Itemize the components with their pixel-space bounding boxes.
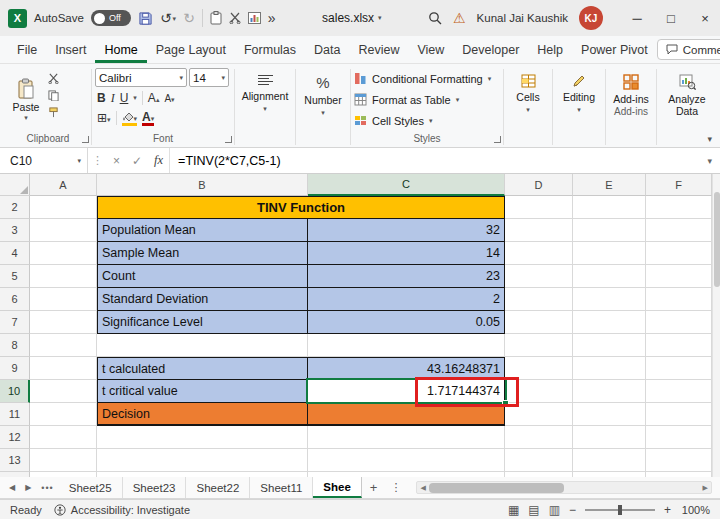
cell-a7[interactable]	[30, 311, 97, 334]
col-header-b[interactable]: B	[97, 174, 308, 196]
row-header-4[interactable]: 4	[0, 242, 30, 265]
cell-f9[interactable]	[646, 357, 712, 380]
cell-c7[interactable]: 0.05	[308, 311, 505, 334]
cell-a13[interactable]	[30, 449, 97, 472]
copy-icon[interactable]	[48, 90, 59, 101]
increase-font-size-button[interactable]: A▴	[148, 91, 160, 105]
menu-tab-developer[interactable]: Developer	[453, 36, 528, 63]
menu-tab-home[interactable]: Home	[95, 36, 146, 63]
fill-color-button[interactable]: ▾	[122, 111, 138, 126]
cell-a2[interactable]	[30, 196, 97, 219]
menu-tab-data[interactable]: Data	[305, 36, 349, 63]
alignment-button[interactable]: Alignment ▾	[238, 67, 292, 113]
cell-b13[interactable]	[97, 449, 308, 472]
cell-e14[interactable]	[573, 472, 646, 477]
cell-f12[interactable]	[646, 426, 712, 449]
cell-d12[interactable]	[505, 426, 573, 449]
clipboard-dialog-launcher-icon[interactable]	[82, 136, 89, 143]
search-icon[interactable]	[428, 11, 442, 25]
close-button[interactable]: ×	[696, 11, 714, 26]
cell-f8[interactable]	[646, 334, 712, 357]
alert-icon[interactable]: ⚠	[453, 10, 466, 26]
sheet-tab-sheet25[interactable]: Sheet25	[59, 477, 123, 498]
zoom-slider[interactable]	[585, 509, 655, 511]
sheet-more-icon[interactable]: ⋮	[385, 477, 406, 498]
cell-e7[interactable]	[573, 311, 646, 334]
cancel-icon[interactable]: ×	[107, 148, 126, 173]
cell-f2[interactable]	[646, 196, 712, 219]
col-header-c[interactable]: C	[308, 174, 505, 196]
editing-button[interactable]: Editing ▾	[556, 67, 602, 114]
chart-icon[interactable]	[248, 12, 261, 24]
row-header-8[interactable]: 8	[0, 334, 30, 357]
sheet-tab-sheet22[interactable]: Sheet22	[186, 477, 250, 498]
cell-b9[interactable]: t calculated	[97, 357, 308, 380]
col-header-d[interactable]: D	[505, 174, 573, 196]
row-header-9[interactable]: 9	[0, 357, 30, 380]
cell-d5[interactable]	[505, 265, 573, 288]
cell-e2[interactable]	[573, 196, 646, 219]
vertical-scrollbar-thumb[interactable]	[714, 192, 720, 287]
row-header-3[interactable]: 3	[0, 219, 30, 242]
cell-f7[interactable]	[646, 311, 712, 334]
row-header-7[interactable]: 7	[0, 311, 30, 334]
sheet-tab-sheet23[interactable]: Sheet23	[123, 477, 187, 498]
cell-c14[interactable]	[308, 472, 505, 477]
horizontal-scrollbar-thumb[interactable]	[429, 483, 564, 493]
cell-c6[interactable]: 2	[308, 288, 505, 311]
cell-a5[interactable]	[30, 265, 97, 288]
cell-b3[interactable]: Population Mean	[97, 219, 308, 242]
cell-a6[interactable]	[30, 288, 97, 311]
horizontal-scrollbar[interactable]: ◀ ▶	[416, 481, 712, 494]
italic-button[interactable]: I	[111, 91, 115, 106]
cell-e10[interactable]	[573, 380, 646, 403]
cell-b14[interactable]	[97, 472, 308, 477]
number-button[interactable]: % Number ▾	[299, 67, 347, 117]
cell-f10[interactable]	[646, 380, 712, 403]
user-name[interactable]: Kunal Jai Kaushik	[477, 12, 568, 24]
cell-e13[interactable]	[573, 449, 646, 472]
font-size-select[interactable]: 14▾	[189, 68, 229, 87]
cell-e3[interactable]	[573, 219, 646, 242]
cell-b11[interactable]: Decision	[97, 403, 308, 426]
page-layout-view-icon[interactable]: ▤	[528, 503, 539, 517]
cut-icon[interactable]	[48, 73, 59, 84]
paste-button[interactable]: Paste ▾	[8, 67, 44, 132]
zoom-out-icon[interactable]: −	[569, 503, 576, 517]
maximize-button[interactable]: □	[662, 11, 680, 26]
cell-a4[interactable]	[30, 242, 97, 265]
cell-e6[interactable]	[573, 288, 646, 311]
cells-button[interactable]: Cells ▾	[507, 67, 549, 114]
col-header-a[interactable]: A	[30, 174, 97, 196]
select-all-corner[interactable]	[0, 174, 30, 196]
cell-f4[interactable]	[646, 242, 712, 265]
cell-c8[interactable]	[308, 334, 505, 357]
formula-input[interactable]: =TINV(2*C7,C5-1)	[170, 148, 699, 173]
autosave-toggle[interactable]: Off	[91, 10, 131, 26]
minimize-button[interactable]: ─	[628, 11, 646, 26]
cell-f3[interactable]	[646, 219, 712, 242]
hscroll-right-icon[interactable]: ▶	[703, 484, 708, 492]
cut-icon[interactable]	[229, 12, 241, 24]
add-ins-button[interactable]: Add-ins	[609, 67, 653, 105]
cell-d2[interactable]	[505, 196, 573, 219]
row-header-5[interactable]: 5	[0, 265, 30, 288]
cell-e12[interactable]	[573, 426, 646, 449]
cell-b12[interactable]	[97, 426, 308, 449]
col-header-f[interactable]: F	[646, 174, 712, 196]
page-break-view-icon[interactable]: ▥	[549, 503, 560, 517]
cell-styles-button[interactable]: Cell Styles ▾	[354, 111, 500, 130]
cell-a14[interactable]	[30, 472, 97, 477]
decrease-font-size-button[interactable]: A▾	[164, 93, 174, 104]
format-painter-icon[interactable]	[48, 107, 59, 118]
row-header-11[interactable]: 11	[0, 403, 30, 426]
menu-tab-insert[interactable]: Insert	[46, 36, 95, 63]
cell-a12[interactable]	[30, 426, 97, 449]
cell-d7[interactable]	[505, 311, 573, 334]
menu-tab-file[interactable]: File	[8, 36, 46, 63]
zoom-percent[interactable]: 100%	[680, 504, 710, 516]
new-sheet-button[interactable]: +	[362, 477, 386, 498]
cell-b2-title[interactable]: TINV Function	[97, 196, 505, 219]
conditional-formatting-button[interactable]: Conditional Formatting ▾	[354, 69, 500, 88]
zoom-slider-thumb[interactable]	[618, 505, 622, 515]
